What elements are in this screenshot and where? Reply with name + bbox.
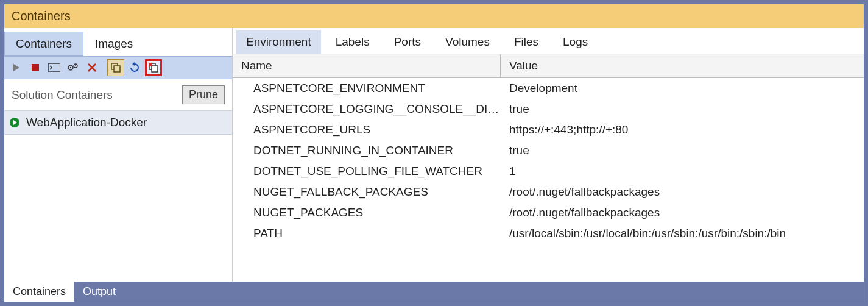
prune-icon [147,61,160,74]
section-header: Solution Containers Prune [4,79,232,110]
window-body: Containers Images [4,28,864,282]
env-value: /usr/local/sbin:/usr/local/bin:/usr/sbin… [501,227,864,240]
svg-point-3 [70,67,71,68]
container-tree: WebApplication-Docker [4,110,232,282]
terminal-icon [48,63,60,72]
column-header-name[interactable]: Name [233,54,501,77]
play-icon [12,63,21,73]
table-row[interactable]: ASPNETCORE_LOGGING__CONSOLE__DISA...true [233,99,864,119]
window-title: Containers [4,4,864,28]
section-title: Solution Containers [12,88,113,102]
terminal-button[interactable] [46,59,63,76]
env-value: /root/.nuget/fallbackpackages [501,206,864,219]
bottom-tab-output[interactable]: Output [74,282,124,302]
env-value: 1 [501,165,864,178]
delete-button[interactable] [83,59,101,76]
refresh-icon [129,62,140,73]
refresh-button[interactable] [126,59,143,76]
tab-images[interactable]: Images [83,32,144,56]
tab-files[interactable]: Files [504,30,548,54]
stop-icon [31,63,40,72]
svg-rect-1 [48,63,60,72]
env-name: ASPNETCORE_ENVIRONMENT [233,82,501,95]
settings-button[interactable] [65,59,82,76]
tree-item-label: WebApplication-Docker [26,116,147,129]
tab-volumes[interactable]: Volumes [436,30,499,54]
prune-tooltip: Prune [182,85,225,104]
bottom-tab-strip: Containers Output [4,282,864,302]
prune-button[interactable] [145,59,162,76]
table-header: Name Value [233,54,864,78]
tab-logs[interactable]: Logs [553,30,598,54]
running-icon [9,117,20,128]
right-pane: Environment Labels Ports Volumes Files L… [233,28,864,282]
gears-icon [67,63,79,73]
bottom-tab-containers[interactable]: Containers [4,282,74,302]
env-name: PATH [233,227,501,240]
env-name: NUGET_PACKAGES [233,206,501,219]
env-value: https://+:443;http://+:80 [501,123,864,137]
toolbar-separator [104,61,104,74]
container-toolbar [4,56,232,79]
svg-rect-7 [114,66,120,72]
left-tab-strip: Containers Images [4,28,232,56]
table-row[interactable]: NUGET_FALLBACK_PACKAGES/root/.nuget/fall… [233,182,864,202]
start-button[interactable] [8,59,25,76]
column-header-value[interactable]: Value [501,54,864,77]
env-value: true [501,144,864,157]
table-row[interactable]: ASPNETCORE_ENVIRONMENTDevelopment [233,78,864,99]
env-name: DOTNET_USE_POLLING_FILE_WATCHER [233,165,501,178]
tree-item-webapplication-docker[interactable]: WebApplication-Docker [4,110,232,135]
table-body: ASPNETCORE_ENVIRONMENTDevelopment ASPNET… [233,78,864,282]
show-solution-containers-button[interactable] [107,59,124,76]
x-icon [87,63,97,73]
detail-tab-strip: Environment Labels Ports Volumes Files L… [233,28,864,54]
env-name: ASPNETCORE_LOGGING__CONSOLE__DISA... [233,102,501,116]
tab-labels[interactable]: Labels [326,30,379,54]
tab-environment[interactable]: Environment [236,30,321,54]
table-row[interactable]: PATH/usr/local/sbin:/usr/local/bin:/usr/… [233,223,864,244]
env-value: Development [501,82,864,95]
svg-point-5 [75,65,76,66]
table-row[interactable]: DOTNET_RUNNING_IN_CONTAINERtrue [233,140,864,161]
env-value: true [501,102,864,116]
env-value: /root/.nuget/fallbackpackages [501,185,864,199]
env-name: ASPNETCORE_URLS [233,123,501,137]
svg-rect-9 [152,66,158,72]
table-row[interactable]: NUGET_PACKAGES/root/.nuget/fallbackpacka… [233,202,864,223]
stop-button[interactable] [27,59,44,76]
svg-rect-0 [32,64,39,71]
env-name: DOTNET_RUNNING_IN_CONTAINER [233,144,501,157]
env-name: NUGET_FALLBACK_PACKAGES [233,185,501,199]
tab-ports[interactable]: Ports [384,30,431,54]
left-pane: Containers Images [4,28,233,282]
stack-icon [110,62,121,73]
containers-tool-window: Containers Containers Images [4,4,864,302]
table-row[interactable]: ASPNETCORE_URLShttps://+:443;http://+:80 [233,119,864,140]
tab-containers[interactable]: Containers [4,32,83,56]
table-row[interactable]: DOTNET_USE_POLLING_FILE_WATCHER1 [233,161,864,182]
